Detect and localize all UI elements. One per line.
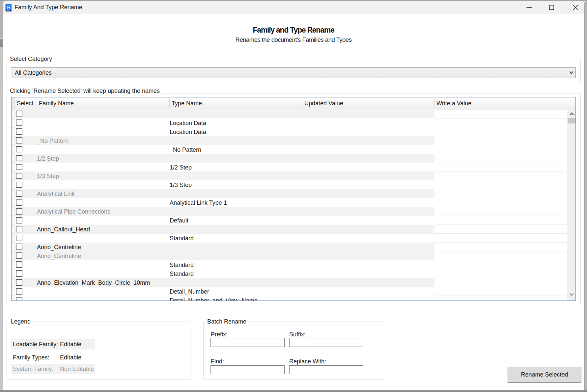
svg-text:R: R bbox=[7, 5, 11, 10]
svg-text:RVT: RVT bbox=[7, 10, 10, 12]
